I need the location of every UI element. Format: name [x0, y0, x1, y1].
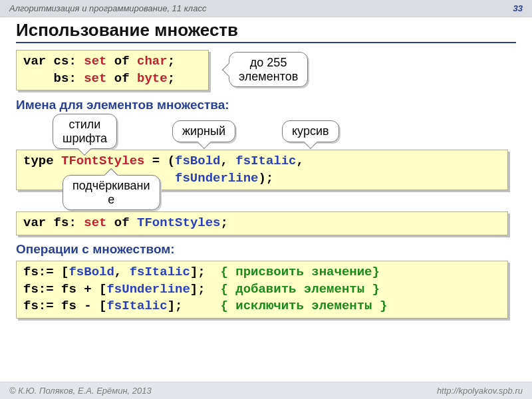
source-url: http://kpolyakov.spb.ru — [437, 386, 523, 396]
callout-font-styles: стили шрифта — [53, 114, 117, 149]
callout-bold: жирный — [172, 120, 235, 142]
section-operations: Операции с множеством: — [16, 242, 516, 257]
code-set-ops: fs:= [fsBold, fsItalic]; { присвоить зна… — [16, 261, 508, 319]
header-bar: Алгоритмизация и программирование, 11 кл… — [0, 0, 532, 17]
slide-body: Использование множеств var cs: set of ch… — [0, 17, 532, 319]
section-names: Имена для элементов множества: — [16, 98, 516, 112]
code-set-declaration: var cs: set of char; bs: set of byte; — [16, 50, 209, 90]
course-title: Алгоритмизация и программирование, 11 кл… — [9, 3, 206, 13]
callout-underline: подчёркивани е — [63, 175, 160, 210]
page-number: 33 — [513, 3, 523, 13]
slide-title: Использование множеств — [16, 20, 516, 43]
callout-elements: до 255 элементов — [229, 52, 308, 87]
callout-italic: курсив — [282, 120, 339, 142]
copyright: © К.Ю. Поляков, Е.А. Ерёмин, 2013 — [9, 386, 152, 396]
code-var-fs: var fs: set of TFontStyles; — [16, 211, 508, 235]
footer-bar: © К.Ю. Поляков, Е.А. Ерёмин, 2013 http:/… — [0, 382, 532, 399]
